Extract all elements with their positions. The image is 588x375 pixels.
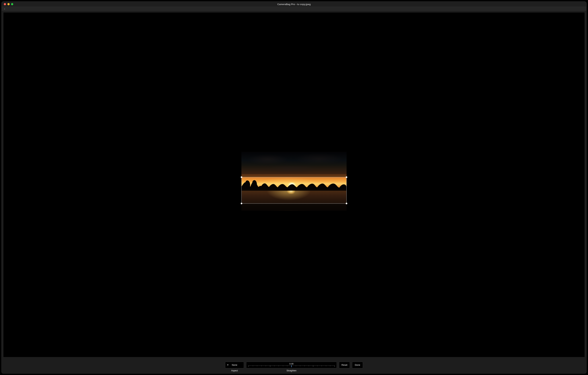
crop-toolbar: None 0.00 <box>2 359 586 373</box>
straighten-marker[interactable] <box>291 365 292 367</box>
window-title: CameraBag Pro - iu copy.jpeg <box>2 3 586 6</box>
window-controls <box>4 3 13 5</box>
aspect-label: Aspect <box>225 369 244 372</box>
crop-handle-top-right[interactable] <box>346 177 347 178</box>
crop-handle-top-left[interactable] <box>241 177 242 178</box>
crop-dim-bottom <box>242 204 346 211</box>
close-window-button[interactable] <box>4 3 6 5</box>
chevron-down-icon <box>227 365 229 365</box>
crop-dim-top <box>242 152 346 177</box>
straighten-label: Straighten <box>246 369 337 372</box>
app-window: CameraBag Pro - iu copy.jpeg + <box>1 1 587 374</box>
plus-icon: + <box>4 7 5 10</box>
reset-button[interactable]: Reset <box>339 362 350 368</box>
image-canvas[interactable] <box>3 12 585 357</box>
canvas-wrap <box>2 11 586 359</box>
aspect-selected-value: None <box>232 364 237 366</box>
minimize-window-button[interactable] <box>7 3 10 5</box>
straighten-slider[interactable]: 0.00 <box>246 362 337 368</box>
titlebar: CameraBag Pro - iu copy.jpeg <box>2 2 586 7</box>
reset-button-label: Reset <box>342 364 347 366</box>
tab-strip: + <box>2 7 586 11</box>
straighten-ruler[interactable] <box>249 365 335 367</box>
zoom-window-button[interactable] <box>11 3 13 5</box>
straighten-value: 0.00 <box>289 363 294 365</box>
add-tab-button[interactable]: + <box>4 7 5 10</box>
done-button-label: Done <box>355 364 360 366</box>
crop-rectangle[interactable] <box>242 177 346 204</box>
done-button[interactable]: Done <box>352 362 363 368</box>
crop-handle-bottom-right[interactable] <box>346 203 347 204</box>
image-stage <box>242 152 346 211</box>
aspect-dropdown[interactable]: None <box>225 362 244 368</box>
